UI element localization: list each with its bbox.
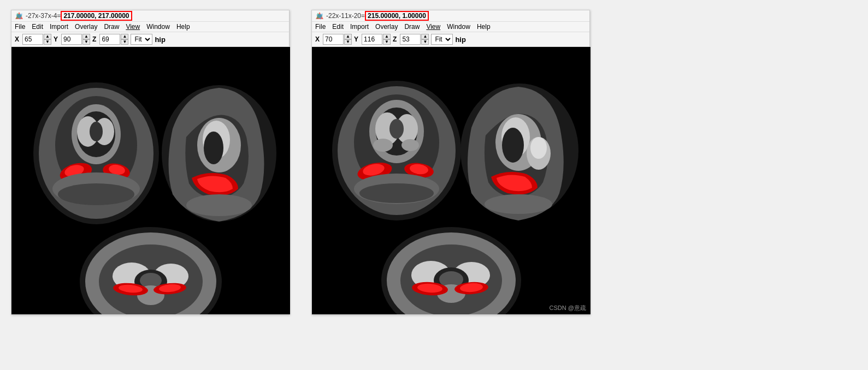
x-input-group-2: ▲ ▼ <box>323 34 352 45</box>
z-spin-up-2[interactable]: ▲ <box>421 34 429 39</box>
title-icon-2 <box>315 11 324 20</box>
z-input-2[interactable] <box>400 34 421 45</box>
menu-file-2[interactable]: File <box>315 23 326 31</box>
z-input-group-2: ▲ ▼ <box>400 34 429 45</box>
x-spin-down-2[interactable]: ▼ <box>344 39 352 45</box>
menu-overlay-2[interactable]: Overlay <box>375 23 398 31</box>
z-spin-up-1[interactable]: ▲ <box>121 34 128 39</box>
brain-svg-1 <box>11 47 290 314</box>
menu-help-2[interactable]: Help <box>477 23 491 31</box>
coords-value-2: 215.00000, 1.00000 <box>365 11 429 21</box>
menu-help-1[interactable]: Help <box>176 23 190 31</box>
watermark: CSDN @意疏 <box>550 304 586 312</box>
svg-point-54 <box>359 183 434 203</box>
y-input-group-1: ▲ ▼ <box>61 34 90 45</box>
z-input-1[interactable] <box>99 34 120 45</box>
y-input-1[interactable] <box>61 34 82 45</box>
x-input-group-1: ▲ ▼ <box>22 34 51 45</box>
z-spin-2: ▲ ▼ <box>421 34 429 45</box>
toolbar-1: X ▲ ▼ Y ▲ ▼ Z ▲ ▼ <box>11 32 289 47</box>
menu-bar-1: File Edit Import Overlay Draw View Windo… <box>11 22 289 32</box>
menu-file-1[interactable]: File <box>15 23 25 31</box>
hip-label-2: hip <box>455 35 466 44</box>
x-spin-2: ▲ ▼ <box>344 34 352 45</box>
menu-window-2[interactable]: Window <box>447 23 470 31</box>
menu-edit-1[interactable]: Edit <box>32 23 43 31</box>
title-coords-1: -27x-37x-4=217.00000, 217.00000 <box>26 12 132 20</box>
menu-overlay-1[interactable]: Overlay <box>75 23 97 31</box>
x-input-2[interactable] <box>323 34 344 45</box>
svg-point-21 <box>204 132 223 164</box>
svg-point-17 <box>58 183 134 205</box>
menu-view-2[interactable]: View <box>426 23 440 31</box>
y-label-2: Y <box>354 35 358 43</box>
title-bar-1: -27x-37x-4=217.00000, 217.00000 <box>11 10 289 22</box>
z-label-2: Z <box>393 35 397 43</box>
y-input-2[interactable] <box>362 34 382 45</box>
main-container: -27x-37x-4=217.00000, 217.00000 File Edi… <box>0 0 868 370</box>
brain-svg-2 <box>312 47 591 314</box>
title-prefix-2: -22x-11x-20= <box>326 12 365 20</box>
menu-window-1[interactable]: Window <box>146 23 170 31</box>
viewer-panel-1: -27x-37x-4=217.00000, 217.00000 File Edi… <box>11 10 290 315</box>
coords-value-1: 217.00000, 217.00000 <box>61 11 132 21</box>
x-spin-up-1[interactable]: ▲ <box>44 34 51 39</box>
menu-view-1[interactable]: View <box>126 23 140 31</box>
y-spin-down-1[interactable]: ▼ <box>82 39 90 45</box>
x-spin-down-1[interactable]: ▼ <box>44 39 51 45</box>
z-spin-1: ▲ ▼ <box>121 34 128 45</box>
y-label-1: Y <box>54 35 58 43</box>
y-spin-down-2[interactable]: ▼ <box>383 39 391 45</box>
menu-draw-2[interactable]: Draw <box>404 23 420 31</box>
toolbar-2: X ▲ ▼ Y ▲ ▼ Z ▲ ▼ <box>312 32 589 47</box>
hip-label-1: hip <box>155 35 166 44</box>
menu-import-2[interactable]: Import <box>350 23 369 31</box>
svg-point-11 <box>90 122 103 141</box>
viewer-panel-2: -22x-11x-20=215.00000, 1.00000 File Edit… <box>311 10 590 315</box>
z-label-1: Z <box>92 35 96 43</box>
z-spin-down-2[interactable]: ▼ <box>421 39 429 45</box>
z-spin-down-1[interactable]: ▼ <box>121 39 128 45</box>
y-spin-1: ▲ ▼ <box>82 34 90 45</box>
y-spin-up-1[interactable]: ▲ <box>82 34 90 39</box>
canvas-area-2[interactable]: CSDN @意疏 <box>312 47 591 314</box>
y-input-group-2: ▲ ▼ <box>362 34 391 45</box>
x-label-2: X <box>315 35 320 43</box>
title-coords-2: -22x-11x-20=215.00000, 1.00000 <box>326 12 429 20</box>
title-bar-2: -22x-11x-20=215.00000, 1.00000 <box>312 10 589 22</box>
svg-point-46 <box>389 119 404 139</box>
y-spin-2: ▲ ▼ <box>383 34 391 45</box>
menu-draw-1[interactable]: Draw <box>104 23 119 31</box>
title-icon-1 <box>15 11 23 20</box>
svg-point-48 <box>401 139 419 151</box>
svg-point-47 <box>373 139 393 152</box>
svg-point-22 <box>186 194 252 216</box>
x-spin-up-2[interactable]: ▲ <box>344 34 352 39</box>
z-input-group-1: ▲ ▼ <box>99 34 128 45</box>
canvas-area-1[interactable] <box>11 47 290 314</box>
x-input-1[interactable] <box>22 34 43 45</box>
svg-point-60 <box>530 137 547 159</box>
menu-edit-2[interactable]: Edit <box>332 23 344 31</box>
x-spin-1: ▲ ▼ <box>44 34 51 45</box>
x-label-1: X <box>15 35 19 43</box>
title-prefix-1: -27x-37x-4= <box>26 12 61 20</box>
fit-select-2[interactable]: Fit <box>431 34 453 45</box>
menu-import-1[interactable]: Import <box>50 23 68 31</box>
svg-point-58 <box>502 128 524 163</box>
menu-bar-2: File Edit Import Overlay Draw View Windo… <box>312 22 589 32</box>
y-spin-up-2[interactable]: ▲ <box>383 34 391 39</box>
svg-point-61 <box>485 194 552 214</box>
fit-select-1[interactable]: Fit <box>131 34 152 45</box>
